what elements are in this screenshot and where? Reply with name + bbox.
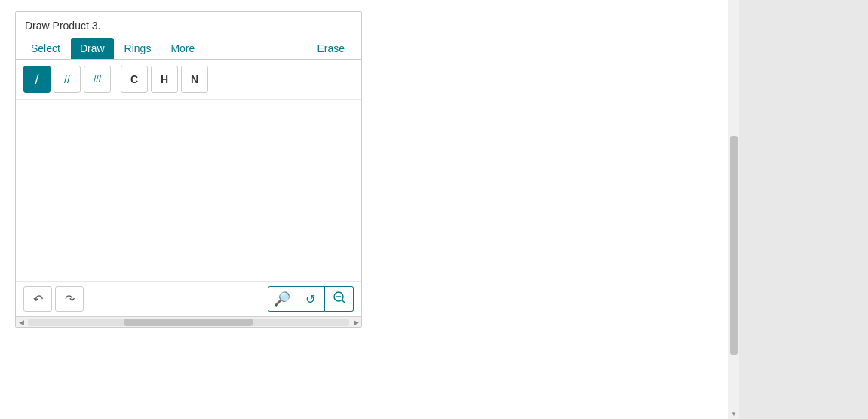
h-scroll-left-arrow[interactable]: ◀ [16,317,26,328]
zoom-out-icon [333,291,346,308]
zoom-in-icon: 🔎 [274,291,290,307]
redo-icon: ↷ [65,292,75,307]
bond-single-icon: / [35,72,38,88]
undo-redo-group: ↶ ↷ [23,286,84,312]
drawing-canvas[interactable] [16,100,361,281]
draw-panel: Draw Product 3. Select Draw Rings More E… [15,11,362,328]
bond-triple-button[interactable]: /// [84,66,111,93]
horizontal-scrollbar[interactable]: ◀ ▶ [16,316,361,327]
atom-c-button[interactable]: C [121,66,148,93]
right-scrollbar-thumb[interactable] [730,136,738,355]
h-scroll-thumb[interactable] [124,319,253,326]
panel-title: Draw Product 3. [16,12,361,38]
redo-button[interactable]: ↷ [55,286,84,312]
atom-n-button[interactable]: N [181,66,208,93]
bond-double-button[interactable]: // [54,66,81,93]
tab-draw[interactable]: Draw [71,38,114,59]
tab-select[interactable]: Select [22,38,69,59]
bond-double-icon: // [64,73,70,85]
zoom-reset-button[interactable]: ↺ [296,286,325,312]
svg-line-2 [342,300,345,303]
zoom-group: 🔎 ↺ [268,286,354,312]
h-scroll-right-arrow[interactable]: ▶ [351,317,361,328]
tab-more[interactable]: More [161,38,204,59]
page-wrapper: Draw Product 3. Select Draw Rings More E… [0,0,739,419]
bottom-controls: ↶ ↷ 🔎 ↺ [16,281,361,316]
tab-erase[interactable]: Erase [308,38,354,59]
tools-row: / // /// C H N [16,60,361,100]
undo-icon: ↶ [33,292,43,307]
right-scrollbar-down-arrow[interactable]: ▼ [730,410,738,417]
zoom-in-button[interactable]: 🔎 [268,286,296,312]
right-scrollbar[interactable]: ▼ [728,0,739,419]
atom-h-button[interactable]: H [151,66,178,93]
tab-rings[interactable]: Rings [115,38,161,59]
undo-button[interactable]: ↶ [23,286,52,312]
tabs-bar: Select Draw Rings More Erase [16,38,361,60]
zoom-reset-icon: ↺ [305,292,315,307]
bond-triple-icon: /// [94,74,101,85]
zoom-out-button[interactable] [325,286,354,312]
h-scroll-track[interactable] [28,319,349,326]
gray-sidebar [739,0,868,419]
bond-single-button[interactable]: / [23,66,51,93]
